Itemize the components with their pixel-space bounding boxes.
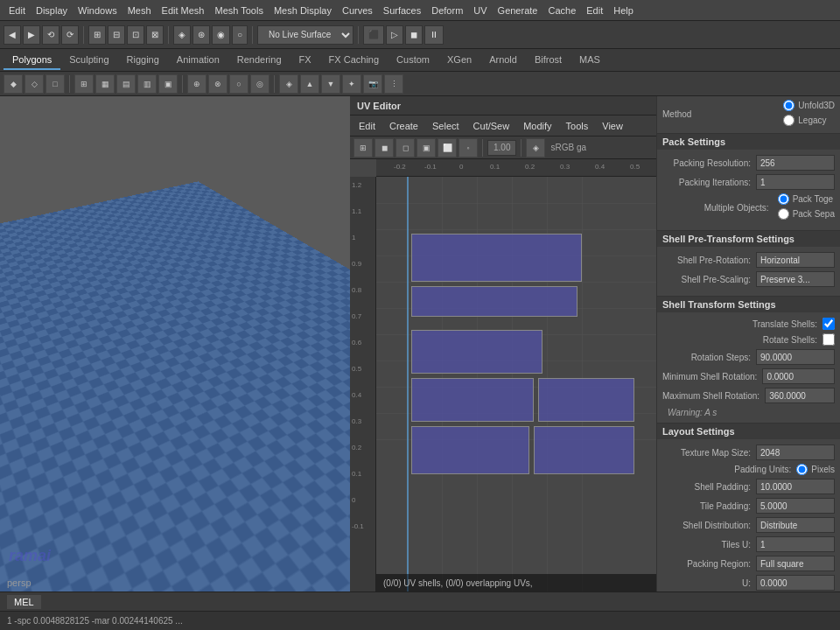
uv-icon-1[interactable]: ⊞	[354, 138, 373, 158]
live-surface-dropdown[interactable]: No Live Surface	[257, 25, 354, 45]
rotation-steps-value[interactable]: 90.0000	[756, 349, 835, 365]
uv-shell-6[interactable]	[411, 426, 529, 474]
menu-edit[interactable]: Edit	[4, 4, 31, 18]
menu-display[interactable]: Display	[31, 4, 73, 18]
toolbar-render-3[interactable]: ◼	[405, 25, 423, 45]
toolbar-btn-6[interactable]: ⊠	[146, 25, 164, 45]
uv-menu-create[interactable]: Create	[384, 119, 424, 133]
menu-mesh-tools[interactable]: Mesh Tools	[210, 4, 269, 18]
menu-generate[interactable]: Generate	[493, 4, 543, 18]
toolbar-btn-8[interactable]: ⊛	[192, 25, 210, 45]
tile-padding-value[interactable]: 5.0000	[756, 498, 835, 514]
menu-edit-mesh[interactable]: Edit Mesh	[157, 4, 210, 18]
menu-edit2[interactable]: Edit	[581, 4, 608, 18]
tab-custom[interactable]: Custom	[388, 51, 438, 70]
tiles-u-value[interactable]: 1	[756, 536, 835, 552]
radio-pack-separate-input[interactable]	[778, 208, 789, 220]
toolbar-btn-10[interactable]: ○	[232, 25, 248, 45]
toolbar-btn-4[interactable]: ⊟	[108, 25, 125, 45]
max-rotation-value[interactable]: 360.0000	[765, 388, 835, 403]
tab-rendering[interactable]: Rendering	[228, 51, 290, 70]
toolbar-render-2[interactable]: ▷	[386, 25, 403, 45]
icon-light[interactable]: ✦	[342, 74, 361, 94]
toolbar-btn-1[interactable]: ◀	[4, 25, 21, 45]
pre-scaling-value[interactable]: Preserve 3...	[756, 271, 835, 287]
uv-shell-3[interactable]	[411, 330, 542, 374]
uv-menu-cutsew[interactable]: Cut/Sew	[468, 119, 515, 133]
packing-region-value[interactable]: Full square	[756, 556, 835, 571]
tab-polygons[interactable]: Polygons	[4, 51, 60, 70]
uv-shell-7[interactable]	[534, 426, 634, 474]
menu-help[interactable]: Help	[608, 4, 639, 18]
uv-icon-5[interactable]: ⬜	[438, 138, 457, 158]
icon-mesh-1[interactable]: ◈	[279, 74, 298, 94]
icon-view-4[interactable]: ▥	[137, 74, 157, 94]
uv-menu-view[interactable]: View	[597, 119, 628, 133]
icon-select-mode2[interactable]: ◇	[24, 74, 44, 94]
toolbar-btn-5[interactable]: ⊡	[127, 25, 144, 45]
packing-iterations-value[interactable]: 1	[756, 174, 835, 190]
icon-view-1[interactable]: ⊞	[74, 74, 94, 94]
u-value[interactable]: 0.0000	[756, 575, 835, 591]
icon-mesh-3[interactable]: ▼	[321, 74, 340, 94]
icon-view-2[interactable]: ▦	[95, 74, 115, 94]
rotate-shells-checkbox[interactable]	[822, 333, 835, 346]
min-rotation-value[interactable]: 0.0000	[762, 368, 835, 384]
uv-icon-2[interactable]: ◼	[374, 138, 394, 158]
icon-camera[interactable]: 📷	[363, 74, 382, 94]
uv-shell-5[interactable]	[538, 378, 634, 422]
menu-cache[interactable]: Cache	[542, 4, 581, 18]
tab-mel[interactable]: MEL	[7, 595, 41, 609]
icon-view-3[interactable]: ▤	[116, 74, 136, 94]
menu-deform[interactable]: Deform	[426, 4, 468, 18]
menu-mesh-display[interactable]: Mesh Display	[269, 4, 337, 18]
icon-grid[interactable]: ⋮	[384, 74, 403, 94]
translate-shells-checkbox[interactable]	[822, 318, 835, 330]
shell-distribution-value[interactable]: Distribute	[756, 517, 835, 533]
icon-mesh-2[interactable]: ▲	[300, 74, 319, 94]
tab-arnold[interactable]: Arnold	[480, 51, 526, 70]
texture-map-size-value[interactable]: 2048	[756, 444, 835, 460]
uv-icon-3[interactable]: ◻	[396, 138, 415, 158]
icon-transform-4[interactable]: ◎	[250, 74, 270, 94]
toolbar-render-1[interactable]: ⬛	[363, 25, 384, 45]
uv-icon-4[interactable]: ▣	[416, 138, 436, 158]
icon-transform-1[interactable]: ⊕	[187, 74, 206, 94]
radio-pack-together[interactable]: Pack Toge	[774, 193, 835, 205]
toolbar-btn-3[interactable]: ⊞	[88, 25, 106, 45]
tab-fx-caching[interactable]: FX Caching	[320, 51, 388, 70]
tab-sculpting[interactable]: Sculpting	[60, 51, 117, 70]
tab-animation[interactable]: Animation	[168, 51, 228, 70]
pre-rotation-value[interactable]: Horizontal	[756, 252, 835, 268]
menu-uv[interactable]: UV	[468, 4, 492, 18]
shell-padding-value[interactable]: 10.0000	[756, 479, 835, 494]
menu-curves[interactable]: Curves	[337, 4, 378, 18]
radio-pack-separate[interactable]: Pack Sepa	[774, 208, 835, 220]
tab-fx[interactable]: FX	[290, 51, 320, 70]
radio-legacy[interactable]: Legacy	[780, 115, 835, 126]
tab-xgen[interactable]: XGen	[438, 51, 480, 70]
icon-select-mode[interactable]: ◆	[4, 74, 23, 94]
uv-shell-4[interactable]	[411, 378, 534, 422]
toolbar-btn-7[interactable]: ◈	[173, 25, 191, 45]
uv-shell-1[interactable]	[411, 234, 582, 282]
padding-radio-pixels[interactable]	[796, 464, 808, 475]
uv-canvas[interactable]: -0.2 -0.1 0 0.1 0.2 0.3 0.4 0.5 1.2 1.1 …	[350, 159, 656, 592]
packing-resolution-value[interactable]: 256	[756, 155, 835, 171]
uv-menu-tools[interactable]: Tools	[561, 119, 594, 133]
uv-menu-modify[interactable]: Modify	[518, 119, 556, 133]
radio-unfold3d[interactable]: Unfold3D	[780, 100, 835, 111]
icon-view-5[interactable]: ▣	[158, 74, 178, 94]
toolbar-btn-redo[interactable]: ⟳	[61, 25, 79, 45]
viewport[interactable]: persp ramai	[0, 96, 350, 592]
uv-icon-6[interactable]: ◦	[458, 138, 478, 158]
icon-transform-3[interactable]: ○	[229, 74, 248, 94]
icon-select-mode3[interactable]: □	[46, 74, 65, 94]
menu-windows[interactable]: Windows	[73, 4, 122, 18]
tab-mas[interactable]: MAS	[570, 51, 609, 70]
radio-unfold3d-input[interactable]	[783, 100, 794, 111]
icon-transform-2[interactable]: ⊗	[208, 74, 228, 94]
toolbar-btn-9[interactable]: ◉	[212, 25, 230, 45]
menu-mesh[interactable]: Mesh	[122, 4, 157, 18]
toolbar-btn-undo[interactable]: ⟲	[42, 25, 60, 45]
